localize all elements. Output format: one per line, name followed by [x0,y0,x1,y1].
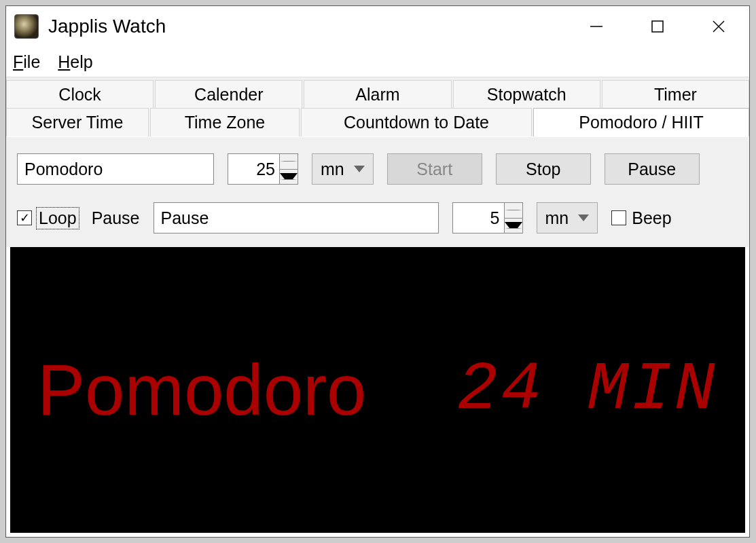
loop-checkbox[interactable]: ✓ [17,210,32,225]
beep-label: Beep [632,208,671,228]
maximize-icon [650,19,665,34]
chevron-down-icon [578,214,589,221]
pause-unit-dropdown[interactable]: mn [537,202,598,233]
close-button[interactable] [688,6,749,47]
tab-server-time[interactable]: Server Time [6,108,149,136]
tab-pomodoro-hiit[interactable]: Pomodoro / HIIT [533,108,749,136]
tab-stopwatch[interactable]: Stopwatch [453,80,600,109]
tab-clock[interactable]: Clock [6,80,154,109]
start-button: Start [387,153,482,185]
svg-rect-1 [652,21,663,32]
pause-duration-up-button[interactable] [505,203,522,219]
beep-checkbox[interactable] [611,210,626,225]
pause-duration-down-button[interactable] [505,219,522,233]
pause-button[interactable]: Pause [605,153,700,185]
minimize-icon [589,19,604,34]
pause-duration-stepper[interactable] [452,202,523,233]
duration-down-button[interactable] [280,170,298,185]
tab-row-bottom: Server Time Time Zone Countdown to Date … [6,108,749,136]
duration-stepper[interactable] [228,153,298,185]
tab-countdown-to-date[interactable]: Countdown to Date [301,108,532,136]
menu-file[interactable]: File [13,52,40,72]
tab-time-zone[interactable]: Time Zone [150,108,300,136]
pause-duration-input[interactable] [452,202,504,233]
chevron-down-icon [354,166,365,172]
tab-alarm[interactable]: Alarm [304,80,451,109]
tabs-area: Clock Calender Alarm Stopwatch Timer Ser… [6,77,749,247]
loop-checkbox-wrap[interactable]: ✓ Loop [17,208,78,228]
unit-dropdown[interactable]: mn [312,153,374,185]
app-title: Japplis Watch [48,16,566,37]
app-icon [14,14,39,39]
unit-value: mn [321,160,344,179]
pause-unit-value: mn [545,208,569,228]
pause-field-label: Pause [92,208,140,228]
minimize-button[interactable] [566,6,627,47]
row-2: ✓ Loop Pause mn Be [17,202,738,233]
menu-help[interactable]: Help [58,52,92,72]
maximize-button[interactable] [627,6,688,47]
pause-duration-spinner-buttons [504,202,523,233]
timer-display: Pomodoro 24 min [10,247,745,533]
tab-row-top: Clock Calender Alarm Stopwatch Timer [6,80,749,109]
loop-label: Loop [37,208,78,228]
app-window: Japplis Watch File Help Clock Calender A… [5,5,750,538]
close-icon [711,19,726,34]
titlebar: Japplis Watch [6,6,749,47]
triangle-up-icon [505,210,522,210]
display-session-name: Pomodoro [37,350,366,431]
pause-name-input[interactable] [154,202,439,233]
duration-up-button[interactable] [280,154,298,170]
tab-calender[interactable]: Calender [155,80,302,109]
window-controls [566,6,749,47]
pomodoro-panel: mn Start Stop Pause ✓ Loop Pause [6,136,749,247]
triangle-up-icon [280,161,298,162]
stop-button[interactable]: Stop [496,153,591,185]
duration-spinner-buttons [279,153,298,185]
tab-timer[interactable]: Timer [602,80,749,109]
menubar: File Help [6,47,749,77]
row-1: mn Start Stop Pause [17,153,738,185]
session-name-input[interactable] [17,153,214,185]
beep-checkbox-wrap[interactable]: Beep [611,208,671,228]
triangle-down-icon [280,173,298,180]
triangle-down-icon [505,222,522,229]
duration-input[interactable] [228,153,279,185]
display-time-remaining: 24 min [457,352,718,428]
